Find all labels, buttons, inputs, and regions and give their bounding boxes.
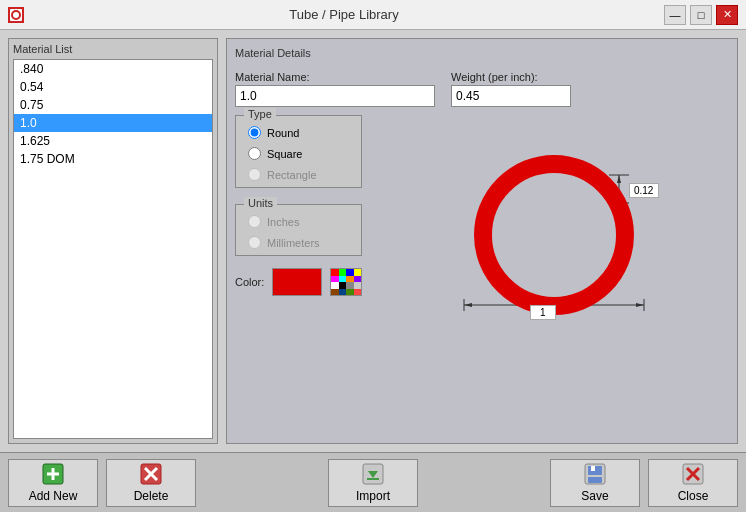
list-item[interactable]: 1.0 [14,114,212,132]
title-bar: Tube / Pipe Library — □ ✕ [0,0,746,30]
add-new-button[interactable]: Add New [8,459,98,507]
svg-rect-24 [588,477,602,483]
material-name-input[interactable] [235,85,435,107]
save-label: Save [581,489,608,503]
maximize-button[interactable]: □ [690,5,712,25]
material-list-panel: Material List .8400.540.751.01.6251.75 D… [8,38,218,444]
close-label: Close [678,489,709,503]
svg-rect-23 [591,466,595,471]
units-group-label: Units [244,197,277,209]
main-area: Material List .8400.540.751.01.6251.75 D… [0,30,746,452]
list-item[interactable]: 0.54 [14,78,212,96]
inches-radio-row: Inches [248,215,349,228]
add-new-icon [42,463,64,485]
list-item[interactable]: 1.75 DOM [14,150,212,168]
type-group: Type Round Square Rectangle [235,115,362,188]
app-icon [8,7,24,23]
type-group-label: Type [244,108,276,120]
rectangle-label: Rectangle [267,169,317,181]
window-title: Tube / Pipe Library [24,7,664,22]
weight-label: Weight (per inch): [451,71,571,83]
name-field-group: Material Name: [235,71,435,107]
square-radio-row[interactable]: Square [248,147,349,160]
rectangle-radio-row: Rectangle [248,168,349,181]
delete-button[interactable]: Delete [106,459,196,507]
svg-marker-6 [636,303,644,307]
window-controls: — □ ✕ [664,5,738,25]
import-icon [362,463,384,485]
mm-label: Millimeters [267,237,320,249]
delete-label: Delete [134,489,169,503]
title-bar-left [8,7,24,23]
wall-thickness-label: 0.12 [629,183,659,198]
save-button[interactable]: Save [550,459,640,507]
inches-radio [248,215,261,228]
close-button[interactable]: Close [648,459,738,507]
material-details-panel: Material Details Material Name: Weight (… [226,38,738,444]
mm-radio-row: Millimeters [248,236,349,249]
window-close-button[interactable]: ✕ [716,5,738,25]
list-item[interactable]: 0.75 [14,96,212,114]
color-label: Color: [235,276,264,288]
square-label: Square [267,148,302,160]
tube-circle-shape [474,155,634,315]
close-icon [682,463,704,485]
color-palette-button[interactable] [330,268,362,296]
material-list-box[interactable]: .8400.540.751.01.6251.75 DOM [13,59,213,439]
preview-area: 0.12 1 [378,115,729,355]
weight-input[interactable] [451,85,571,107]
details-middle: Type Round Square Rectangle [235,115,729,355]
inches-label: Inches [267,216,299,228]
details-top: Material Name: Weight (per inch): [235,71,729,107]
color-swatch[interactable] [272,268,322,296]
add-new-label: Add New [29,489,78,503]
outer-diameter-label: 1 [530,305,556,320]
svg-marker-10 [617,175,621,183]
color-section: Color: [235,268,362,296]
import-button[interactable]: Import [328,459,418,507]
material-details-label: Material Details [235,47,729,59]
rectangle-radio [248,168,261,181]
delete-icon [140,463,162,485]
dimension-container: 0.12 1 [434,115,674,355]
save-icon [584,463,606,485]
mm-radio [248,236,261,249]
weight-field-group: Weight (per inch): [451,71,571,107]
name-label: Material Name: [235,71,435,83]
list-item[interactable]: .840 [14,60,212,78]
square-radio[interactable] [248,147,261,160]
svg-rect-20 [367,478,379,480]
list-item[interactable]: 1.625 [14,132,212,150]
units-group: Units Inches Millimeters [235,204,362,256]
minimize-button[interactable]: — [664,5,686,25]
round-label: Round [267,127,299,139]
material-list-label: Material List [13,43,213,55]
round-radio[interactable] [248,126,261,139]
svg-marker-5 [464,303,472,307]
import-label: Import [356,489,390,503]
bottom-bar: Add New Delete Import [0,452,746,512]
round-radio-row[interactable]: Round [248,126,349,139]
